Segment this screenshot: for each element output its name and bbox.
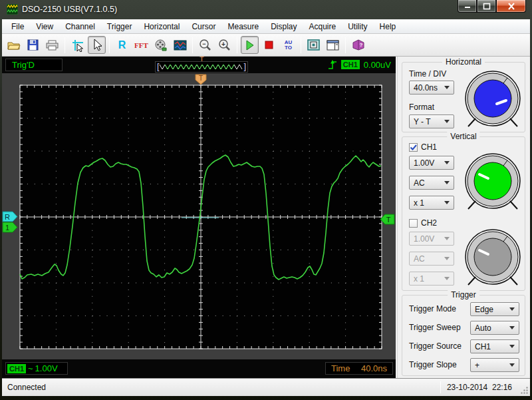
window-layout-button[interactable] <box>324 36 342 54</box>
toolbar-separator <box>109 37 110 53</box>
rising-edge-icon <box>328 59 337 70</box>
resize-grip[interactable] <box>520 386 529 395</box>
ref-marker[interactable]: R <box>3 212 17 222</box>
ch2-label: CH2 <box>421 218 437 228</box>
ch1-checkbox[interactable] <box>409 143 418 152</box>
ch1-probe-select[interactable]: x 1 <box>409 196 454 210</box>
zoom-in-button[interactable]: + <box>215 36 233 54</box>
menu-utility[interactable]: Utility <box>342 20 373 33</box>
record-button[interactable] <box>152 36 170 54</box>
window-title: DSO-2150 USB(V7.1.0.5) <box>22 5 117 14</box>
trigger-group-title: Trigger <box>448 290 479 300</box>
toolbar-separator <box>192 37 193 53</box>
trigger-source-select[interactable]: CH1 <box>470 339 519 353</box>
chevron-down-icon <box>509 307 515 311</box>
trigger-slope-select[interactable]: + <box>470 358 519 372</box>
ch1-position-knob[interactable] <box>462 153 523 210</box>
preview-wave-green <box>165 65 234 69</box>
trigger-sweep-select[interactable]: Auto <box>470 321 519 335</box>
menu-measure[interactable]: Measure <box>221 20 265 33</box>
format-value: Y - T <box>414 117 431 126</box>
trigger-slope-label: Trigger Slope <box>409 360 457 369</box>
ch2-coupling-value: AC <box>414 254 425 264</box>
menu-acquire[interactable]: Acquire <box>303 20 342 33</box>
menu-horizontal[interactable]: Horizontal <box>138 20 186 33</box>
chevron-down-icon <box>509 326 515 329</box>
top-trigger-marker[interactable]: T <box>196 75 206 85</box>
toolbar-separator <box>301 37 301 53</box>
menu-view[interactable]: View <box>30 20 59 33</box>
format-label: Format <box>409 102 434 112</box>
scope-svg: T R 1 T <box>2 73 396 359</box>
menu-channel[interactable]: Channel <box>59 20 101 33</box>
ch1-volts-select[interactable]: 1.00V <box>409 156 454 170</box>
ch1-volts-value: 1.00V <box>414 158 434 168</box>
top-trigger-label: T <box>199 75 203 82</box>
stop-button[interactable] <box>260 36 278 54</box>
window-layout-icon <box>327 40 339 51</box>
trigger-marker-label: T <box>386 216 391 224</box>
ch2-probe-value: x 1 <box>414 274 424 284</box>
play-icon <box>245 39 255 51</box>
chevron-down-icon <box>444 257 450 260</box>
trigger-level-value: 0.00uV <box>364 60 391 70</box>
menu-cursor[interactable]: Cursor <box>186 20 221 33</box>
trigger-sweep-label: Trigger Sweep <box>409 323 461 332</box>
waveform-view-button[interactable] <box>171 36 189 54</box>
ch1-coupling-icon: ~ <box>28 363 33 373</box>
open-button[interactable] <box>5 36 23 54</box>
maximize-button[interactable] <box>477 0 496 13</box>
chevron-down-icon <box>509 363 515 367</box>
ch2-position-knob[interactable] <box>462 229 523 286</box>
fft-button[interactable]: FFT <box>132 36 150 54</box>
ch1-coupling-select[interactable]: AC <box>409 176 454 190</box>
titlebar: DSO-2150 USB(V7.1.0.5) <box>0 0 532 19</box>
ref-marker-label: R <box>5 213 10 221</box>
auto-button[interactable]: AU TO <box>279 36 297 54</box>
channel-bar: CH1 ~ 1.00V Time 40.0ns <box>2 359 396 378</box>
trigger-mode-select[interactable]: Edge <box>470 302 519 316</box>
preview-wave <box>156 62 247 72</box>
ch1-badge: CH1 <box>7 364 26 373</box>
menu-trigger[interactable]: Trigger <box>101 20 138 33</box>
minimize-button[interactable] <box>458 0 477 13</box>
horizontal-knob[interactable] <box>462 71 523 128</box>
ch1-probe-value: x 1 <box>414 198 424 208</box>
toolbar-separator <box>65 37 65 53</box>
start-button[interactable] <box>241 36 259 54</box>
ch1-position-marker[interactable]: 1 <box>3 222 17 232</box>
fit-screen-button[interactable] <box>305 36 323 54</box>
statusbar-divider <box>440 381 441 393</box>
ch2-checkbox[interactable] <box>409 219 418 228</box>
pointer-button[interactable] <box>88 36 106 54</box>
close-button[interactable] <box>496 0 526 13</box>
zoom-out-button[interactable]: − <box>196 36 214 54</box>
trigger-level-marker[interactable]: T <box>380 214 394 224</box>
refresh-button[interactable]: R <box>113 36 131 54</box>
connection-status: Connected <box>7 383 46 392</box>
time-div-select[interactable]: 40.0ns <box>409 81 454 95</box>
fit-screen-icon <box>307 39 320 51</box>
menu-file[interactable]: File <box>5 20 30 33</box>
status-bar: Connected 23-10-2014 22:16 <box>2 378 530 396</box>
buffer-preview[interactable]: [ ] <box>155 61 248 73</box>
format-select[interactable]: Y - T <box>409 114 454 128</box>
maximize-icon <box>483 3 491 10</box>
menu-display[interactable]: Display <box>265 20 303 33</box>
control-panel: Horizontal Time / DIV 40.0ns Format Y - … <box>397 57 530 378</box>
measure-cursor-button[interactable] <box>68 36 86 54</box>
help-book-icon: ? <box>352 39 365 51</box>
print-icon <box>46 40 59 51</box>
stop-icon <box>265 41 273 49</box>
help-button[interactable]: ? <box>349 36 367 54</box>
menu-help[interactable]: Help <box>374 20 402 33</box>
open-folder-icon <box>7 40 21 51</box>
ch2-volts-select: 1.00V <box>409 232 454 246</box>
save-button[interactable] <box>24 36 42 54</box>
print-button[interactable] <box>43 36 61 54</box>
zoom-in-icon: + <box>218 39 231 51</box>
refresh-r-icon: R <box>118 39 126 51</box>
chevron-down-icon <box>444 161 450 164</box>
minimize-icon <box>464 3 471 9</box>
ch1-coupling-value: AC <box>414 178 425 188</box>
